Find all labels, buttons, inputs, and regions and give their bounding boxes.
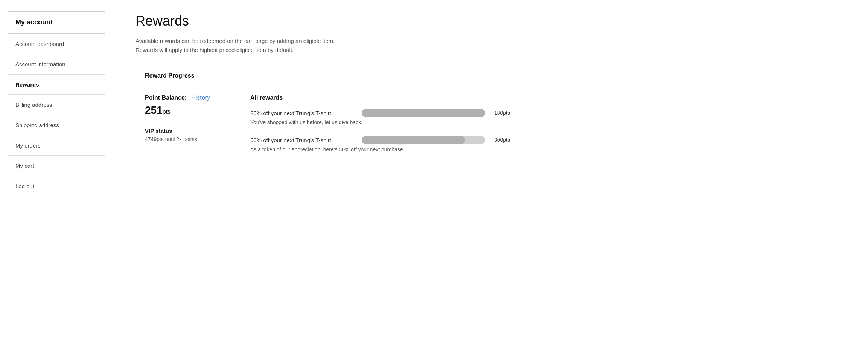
main-content: Rewards Available rewards can be redeeme… bbox=[136, 11, 519, 345]
sidebar-item-log-out[interactable]: Log out bbox=[8, 176, 105, 196]
sidebar-header: My account bbox=[8, 12, 105, 34]
left-column: Point Balance: History 251pts VIP status… bbox=[145, 94, 228, 163]
description-line2: Rewards will apply to the highest priced… bbox=[136, 46, 519, 55]
description-line1: Available rewards can be redeemed on the… bbox=[136, 37, 519, 46]
reward-item-2-desc: As a token of our appreciation, here's 5… bbox=[250, 146, 510, 152]
sidebar-title: My account bbox=[15, 18, 53, 26]
sidebar-item-account-information[interactable]: Account information bbox=[8, 54, 105, 75]
all-rewards-label: All rewards bbox=[250, 94, 510, 101]
reward-item-1-progress-fill bbox=[362, 109, 485, 117]
reward-card: Reward Progress Point Balance: History 2… bbox=[136, 66, 519, 172]
sidebar-item-billing-address[interactable]: Billing address bbox=[8, 95, 105, 115]
page-description: Available rewards can be redeemed on the… bbox=[136, 37, 519, 55]
sidebar-item-my-orders[interactable]: My orders bbox=[8, 135, 105, 156]
reward-item-1-desc: You've shopped with us before, let us gi… bbox=[250, 119, 510, 125]
points-value: 251 bbox=[145, 104, 163, 116]
right-column: All rewards 25% off your next Trung's T-… bbox=[250, 94, 510, 163]
reward-item-1-top: 25% off your next Trung's T-shirt 180pts bbox=[250, 109, 510, 117]
vip-status-label: VIP status bbox=[145, 128, 228, 134]
reward-card-header-title: Reward Progress bbox=[145, 72, 195, 79]
reward-item-1-name: 25% off your next Trung's T-shirt bbox=[250, 110, 356, 116]
reward-item-1-pts-label: 180pts bbox=[494, 110, 510, 116]
sidebar-item-shipping-address[interactable]: Shipping address bbox=[8, 115, 105, 135]
sidebar-item-account-dashboard[interactable]: Account dashboard bbox=[8, 34, 105, 54]
reward-item-1: 25% off your next Trung's T-shirt 180pts… bbox=[250, 109, 510, 125]
reward-item-2-pts-label: 300pts bbox=[494, 137, 510, 143]
sidebar-item-rewards[interactable]: Rewards bbox=[8, 75, 105, 95]
reward-item-2-progress-fill bbox=[362, 136, 465, 144]
sidebar: My account Account dashboard Account inf… bbox=[8, 11, 105, 196]
sidebar-item-my-cart[interactable]: My cart bbox=[8, 156, 105, 176]
point-balance-label: Point Balance: bbox=[145, 94, 187, 101]
reward-item-2-progress-bar bbox=[362, 136, 485, 144]
points-suffix: pts bbox=[163, 108, 171, 115]
reward-item-2: 50% off your next Trung's T-shirt! 300pt… bbox=[250, 136, 510, 152]
page-title: Rewards bbox=[136, 13, 519, 29]
reward-item-1-progress-bar bbox=[362, 109, 485, 117]
reward-item-2-name: 50% off your next Trung's T-shirt! bbox=[250, 137, 356, 143]
vip-status-sub: 4749pts until 2x points bbox=[145, 136, 228, 142]
reward-item-2-top: 50% off your next Trung's T-shirt! 300pt… bbox=[250, 136, 510, 144]
point-balance-row: Point Balance: History bbox=[145, 94, 228, 101]
history-link[interactable]: History bbox=[191, 94, 210, 101]
reward-card-body: Point Balance: History 251pts VIP status… bbox=[136, 85, 519, 172]
reward-card-header: Reward Progress bbox=[136, 66, 519, 85]
points-display: 251pts bbox=[145, 104, 228, 116]
